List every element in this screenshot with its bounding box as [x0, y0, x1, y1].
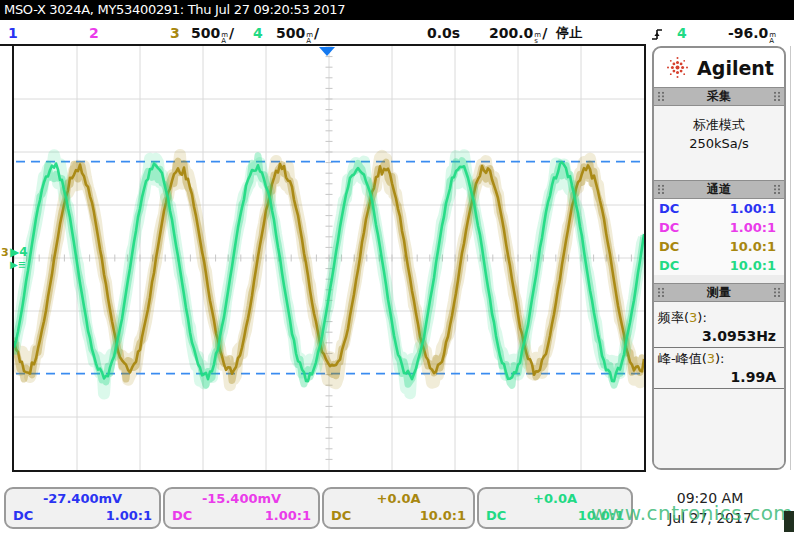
- ch3-offset-value: +0.0A: [324, 489, 473, 508]
- watermark: www.cntronics.com: [591, 501, 793, 525]
- ch3-status-box[interactable]: +0.0A DC10.0:1: [322, 487, 475, 529]
- grip-icon: [657, 91, 665, 102]
- timebase-unit: ms: [534, 32, 541, 44]
- watermark-logo-block: [784, 511, 794, 532]
- sample-rate: 250kSa/s: [654, 134, 784, 153]
- window-title: MSO-X 3024A, MY53400291: Thu Jul 27 09:2…: [4, 2, 345, 17]
- grip-icon: [773, 91, 781, 102]
- ch4-scale[interactable]: 500mA/: [276, 23, 319, 43]
- ch4-scale-value: 500: [276, 25, 305, 41]
- acquire-section-header[interactable]: 采集: [654, 87, 784, 106]
- waveform-display[interactable]: [12, 44, 646, 472]
- measurement-source: 3: [707, 351, 715, 366]
- grip-icon: [657, 184, 665, 195]
- timebase-slash: /: [542, 25, 547, 41]
- ch3-probe-ratio: 10.0:1: [730, 237, 776, 256]
- measurement-label-frequency: 频率(3):: [654, 307, 784, 327]
- trigger-level-unit: mA: [769, 32, 776, 44]
- measurements: 频率(3): 3.0953Hz 峰-峰值(3): 1.99A: [654, 302, 784, 468]
- sidebar: Agilent 采集 标准模式 250kSa/s 通道 DC 1.00:1 DC…: [652, 46, 786, 470]
- sidebar-edge-divider: [790, 46, 791, 470]
- ch1-offset-value: -27.400mV: [6, 489, 159, 508]
- ch3-coupling: DC: [659, 237, 679, 256]
- grip-icon: [773, 287, 781, 298]
- ch3-scale-unit: mA: [221, 32, 228, 44]
- delay-time[interactable]: 0.0s: [427, 23, 460, 43]
- ch4-ground-marker[interactable]: ▶4: [10, 245, 28, 259]
- trigger-edge-icon: [650, 27, 664, 42]
- ch1-probe-ratio: 1.00:1: [730, 199, 776, 218]
- ch3-button[interactable]: 3: [170, 23, 180, 43]
- ch4-scale-slash: /: [314, 25, 319, 41]
- ch3-ground-marker[interactable]: 3: [1, 246, 9, 259]
- agilent-logo-icon: [664, 54, 691, 81]
- ch4-coupling: DC: [659, 256, 679, 275]
- channels-section-header[interactable]: 通道: [654, 180, 784, 199]
- ch4-ground-symbol[interactable]: ▶≡: [10, 259, 26, 270]
- ch4-probe-ratio: 10.0:1: [730, 256, 776, 275]
- acquire-mode: 标准模式: [654, 115, 784, 134]
- channel-list: DC 1.00:1 DC 1.00:1 DC 10.0:1 DC 10.0:1: [654, 199, 784, 275]
- ch1-coupling-label: DC: [13, 508, 33, 524]
- grip-icon: [773, 184, 781, 195]
- ch2-status-box[interactable]: -15.400mV DC1.00:1: [163, 487, 320, 529]
- ch2-ratio-label: 1.00:1: [265, 508, 311, 524]
- measurement-value-frequency: 3.0953Hz: [654, 327, 784, 348]
- ch1-ratio-label: 1.00:1: [106, 508, 152, 524]
- brand: Agilent: [654, 48, 784, 87]
- run-state[interactable]: 停止: [556, 23, 582, 43]
- ch1-coupling: DC: [659, 199, 679, 218]
- ch2-coupling-label: DC: [172, 508, 192, 524]
- ch3-scale[interactable]: 500mA/: [191, 23, 234, 43]
- ch4-marker-label: 4: [19, 245, 27, 259]
- ch2-probe-ratio: 1.00:1: [730, 218, 776, 237]
- ch2-offset-value: -15.400mV: [165, 489, 318, 508]
- brand-name: Agilent: [697, 57, 774, 79]
- section-gap: [654, 275, 784, 283]
- marker-arrow-icon: ▶: [10, 245, 19, 259]
- ch4-button[interactable]: 4: [253, 23, 263, 43]
- channel-row-4[interactable]: DC 10.0:1: [654, 256, 784, 275]
- channels-title: 通道: [707, 181, 731, 198]
- title-bar: MSO-X 3024A, MY53400291: Thu Jul 27 09:2…: [0, 0, 794, 20]
- ch3-scale-slash: /: [229, 25, 234, 41]
- ch4-scale-unit: mA: [306, 32, 313, 44]
- channel-row-3[interactable]: DC 10.0:1: [654, 237, 784, 256]
- ch3-coupling-label: DC: [331, 508, 351, 524]
- ch3-ratio-label: 10.0:1: [420, 508, 466, 524]
- measurement-label-pkpk: 峰-峰值(3):: [654, 348, 784, 368]
- trigger-position-marker[interactable]: [319, 47, 335, 56]
- timebase[interactable]: 200.0ms/: [489, 23, 547, 43]
- measure-title: 测量: [707, 284, 731, 301]
- channel-row-1[interactable]: DC 1.00:1: [654, 199, 784, 218]
- acquire-title: 采集: [707, 88, 731, 105]
- ch2-button[interactable]: 2: [89, 23, 99, 43]
- ch2-coupling: DC: [659, 218, 679, 237]
- trigger-source[interactable]: 4: [677, 23, 687, 43]
- measurement-value-pkpk: 1.99A: [654, 368, 784, 389]
- timebase-value: 200.0: [489, 25, 533, 41]
- ch1-status-box[interactable]: -27.400mV DC1.00:1: [4, 487, 161, 529]
- trigger-level[interactable]: -96.0mA: [728, 23, 777, 43]
- grip-icon: [657, 287, 665, 298]
- trigger-level-value: -96.0: [728, 25, 768, 41]
- measure-section-header[interactable]: 测量: [654, 283, 784, 302]
- channel-row-2[interactable]: DC 1.00:1: [654, 218, 784, 237]
- ch1-button[interactable]: 1: [8, 23, 18, 43]
- graticule: [14, 46, 644, 470]
- acquire-info: 标准模式 250kSa/s: [654, 106, 784, 180]
- ch4-coupling-label: DC: [486, 508, 506, 524]
- ch3-scale-value: 500: [191, 25, 220, 41]
